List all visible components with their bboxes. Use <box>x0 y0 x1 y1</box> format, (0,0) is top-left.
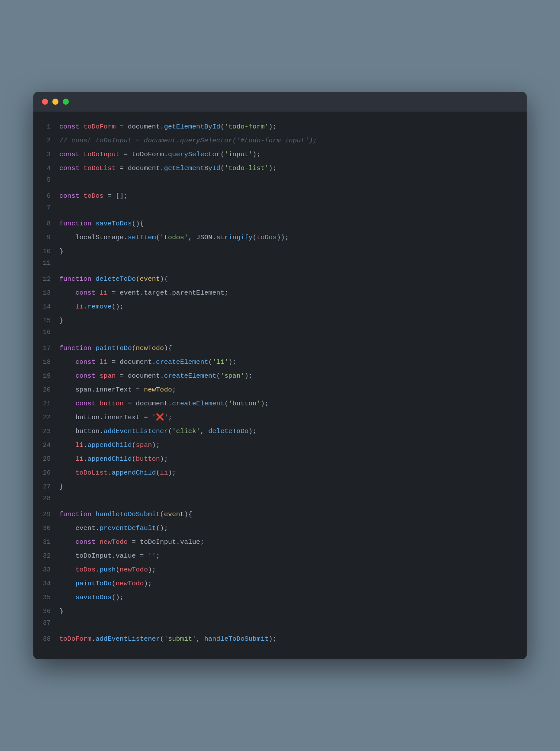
line-number: 14 <box>33 303 59 311</box>
line-number: 15 <box>33 317 59 324</box>
line-content: function paintToDo(newTodo){ <box>59 343 527 354</box>
line-content: const toDoForm = document.getElementById… <box>59 121 527 132</box>
code-line: 15} <box>33 314 527 328</box>
line-number: 36 <box>33 608 59 615</box>
line-number: 7 <box>33 204 59 212</box>
code-line: 10} <box>33 245 527 259</box>
maximize-button[interactable] <box>63 99 69 105</box>
code-line: 11 <box>33 259 527 273</box>
line-number: 3 <box>33 151 59 158</box>
line-number: 2 <box>33 137 59 144</box>
line-content: const toDos = []; <box>59 190 527 202</box>
code-line: 31 const newTodo = toDoInput.value; <box>33 536 527 549</box>
line-number: 38 <box>33 635 59 643</box>
minimize-button[interactable] <box>52 99 58 105</box>
code-line: 19 const span = document.createElement('… <box>33 369 527 383</box>
line-number: 23 <box>33 428 59 435</box>
code-line: 8function saveToDos(){ <box>33 217 527 231</box>
line-number: 31 <box>33 539 59 546</box>
line-content: } <box>59 606 527 617</box>
line-number: 28 <box>33 495 59 502</box>
code-line: 33 toDos.push(newTodo); <box>33 563 527 577</box>
line-content: event.preventDefault(); <box>59 523 527 534</box>
code-line: 38toDoForm.addEventListener('submit', ha… <box>33 632 527 646</box>
line-content: function deleteToDo(event){ <box>59 273 527 285</box>
line-number: 27 <box>33 483 59 491</box>
code-line: 16 <box>33 328 527 342</box>
code-line: 35 saveToDos(); <box>33 591 527 605</box>
line-number: 11 <box>33 260 59 267</box>
line-number: 21 <box>33 400 59 408</box>
line-number: 8 <box>33 220 59 228</box>
line-content: const button = document.createElement('b… <box>59 398 527 409</box>
line-number: 32 <box>33 552 59 560</box>
code-line: 2// const toDoInput = document.querySele… <box>33 134 527 148</box>
code-line: 7 <box>33 203 527 217</box>
code-line: 26 toDoList.appendChild(li); <box>33 466 527 480</box>
line-content: li.appendChild(span); <box>59 440 527 451</box>
line-number: 5 <box>33 177 59 184</box>
line-number: 17 <box>33 345 59 352</box>
line-number: 18 <box>33 359 59 366</box>
code-line: 32 toDoInput.value = ''; <box>33 549 527 563</box>
line-content: saveToDos(); <box>59 592 527 603</box>
line-number: 13 <box>33 289 59 297</box>
code-line: 22 button.innerText = '❌'; <box>33 411 527 425</box>
line-content: const li = event.target.parentElement; <box>59 287 527 298</box>
line-content: } <box>59 246 527 257</box>
code-line: 13 const li = event.target.parentElement… <box>33 286 527 300</box>
code-line: 1const toDoForm = document.getElementByI… <box>33 120 527 134</box>
line-number: 4 <box>33 165 59 172</box>
line-content: li.remove(); <box>59 301 527 312</box>
line-content: span.innerText = newTodo; <box>59 384 527 395</box>
line-content: paintToDo(newTodo); <box>59 578 527 589</box>
line-number: 6 <box>33 193 59 200</box>
code-line: 9 localStorage.setItem('todos', JSON.str… <box>33 231 527 245</box>
line-number: 22 <box>33 414 59 421</box>
line-content: } <box>59 481 527 492</box>
line-content: toDoList.appendChild(li); <box>59 467 527 478</box>
code-line: 18 const li = document.createElement('li… <box>33 356 527 369</box>
code-line: 4const toDoList = document.getElementByI… <box>33 162 527 176</box>
line-number: 24 <box>33 442 59 449</box>
line-content: const newTodo = toDoInput.value; <box>59 536 527 548</box>
code-line: 34 paintToDo(newTodo); <box>33 577 527 591</box>
code-line: 21 const button = document.createElement… <box>33 397 527 411</box>
line-content: // const toDoInput = document.querySelec… <box>59 135 527 146</box>
code-line: 14 li.remove(); <box>33 300 527 314</box>
code-line: 29function handleToDoSubmit(event){ <box>33 508 527 522</box>
line-content: const toDoInput = toDoForm.querySelector… <box>59 149 527 160</box>
code-window: 1const toDoForm = document.getElementByI… <box>33 92 527 659</box>
code-line: 20 span.innerText = newTodo; <box>33 383 527 397</box>
titlebar <box>33 92 527 112</box>
close-button[interactable] <box>42 99 48 105</box>
line-content: function saveToDos(){ <box>59 218 527 229</box>
line-number: 9 <box>33 234 59 241</box>
line-content: toDos.push(newTodo); <box>59 564 527 575</box>
line-number: 20 <box>33 386 59 394</box>
line-number: 30 <box>33 525 59 532</box>
line-content: li.appendChild(button); <box>59 453 527 465</box>
code-line: 23 button.addEventListener('click', dele… <box>33 425 527 439</box>
code-line: 37 <box>33 619 527 632</box>
line-number: 12 <box>33 276 59 283</box>
line-number: 1 <box>33 123 59 131</box>
line-content: const li = document.createElement('li'); <box>59 356 527 368</box>
line-number: 16 <box>33 329 59 336</box>
line-content: const span = document.createElement('spa… <box>59 370 527 382</box>
code-editor: 1const toDoForm = document.getElementByI… <box>33 112 527 659</box>
code-line: 17function paintToDo(newTodo){ <box>33 342 527 356</box>
line-number: 26 <box>33 469 59 477</box>
code-line: 36} <box>33 605 527 619</box>
line-number: 35 <box>33 594 59 601</box>
line-content: toDoForm.addEventListener('submit', hand… <box>59 633 527 645</box>
code-line: 5 <box>33 176 527 189</box>
line-content: button.addEventListener('click', deleteT… <box>59 426 527 437</box>
line-number: 25 <box>33 456 59 463</box>
code-line: 12function deleteToDo(event){ <box>33 273 527 286</box>
line-number: 19 <box>33 372 59 380</box>
code-line: 30 event.preventDefault(); <box>33 522 527 536</box>
line-content: } <box>59 315 527 326</box>
code-line: 6const toDos = []; <box>33 189 527 203</box>
code-line: 28 <box>33 494 527 508</box>
